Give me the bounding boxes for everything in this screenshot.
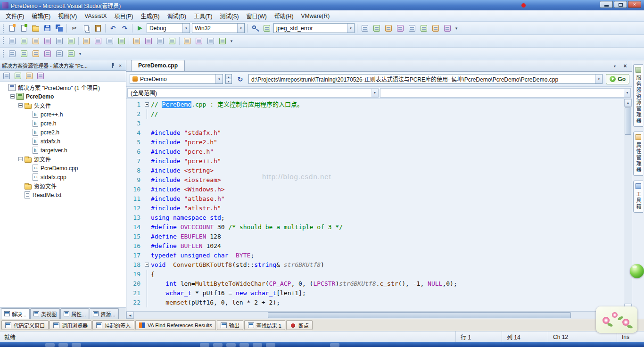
taskbar-item[interactable] (200, 343, 209, 347)
ime-flower-decoration[interactable] (596, 306, 637, 333)
chevron-down-icon[interactable]: ▼ (237, 24, 244, 33)
windows-taskbar[interactable] (0, 342, 644, 347)
spin-down-button[interactable]: ▼ (226, 79, 231, 83)
panel-close-button[interactable]: × (116, 62, 124, 69)
bottom-tool-tab[interactable]: 输出 (217, 320, 243, 330)
show-all-files-button[interactable] (13, 71, 23, 81)
code-line[interactable]: 16#define BUFLEN 1024 (126, 241, 624, 251)
minimize-button[interactable] (600, 1, 613, 8)
solution-explorer-button[interactable] (371, 23, 382, 33)
right-dock-tab[interactable]: 服务器资源管理器 (633, 64, 643, 127)
context-combo[interactable]: PcreDemo ▼ (130, 74, 223, 84)
code-line[interactable]: 13using namespace std; (126, 213, 624, 223)
taskbar-item[interactable] (266, 343, 275, 347)
maximize-button[interactable] (614, 1, 627, 8)
find-button[interactable] (249, 23, 261, 33)
navigate-forward-button[interactable] (18, 49, 30, 59)
code-line[interactable]: 6#include "pcre.h" (126, 147, 624, 157)
sync-file-button[interactable]: ↻ (234, 74, 246, 84)
comment-button[interactable] (154, 36, 166, 46)
file-path-combo[interactable]: d:\Projects\imrepos\trunk\Training\20170… (248, 74, 603, 84)
toolbar-overflow-button[interactable]: ▾ (77, 51, 83, 56)
undo-button[interactable]: ↶ (107, 23, 119, 33)
navigate-back-button[interactable] (6, 49, 18, 59)
indent-button[interactable] (131, 36, 142, 46)
tree-item[interactable]: stdafx.h (0, 137, 126, 146)
taskbar-item[interactable] (58, 343, 68, 347)
code-line[interactable]: 19{ (126, 270, 624, 279)
properties-window-button[interactable] (382, 23, 394, 33)
complete-word-button[interactable] (116, 36, 127, 46)
taskbar-item[interactable] (213, 343, 223, 347)
code-line[interactable]: 4#include "stdafx.h" (126, 128, 624, 138)
tree-item[interactable]: PcreDemo (0, 92, 126, 101)
tree-item[interactable]: 源文件 (0, 155, 126, 164)
cut-button[interactable]: ✂ (68, 23, 80, 33)
left-panel-tab[interactable]: 类视图 (30, 308, 60, 319)
toolbox-button[interactable] (406, 23, 418, 33)
bottom-tool-tab[interactable]: 断点 (286, 320, 313, 330)
menu-item[interactable]: VMware(R) (297, 11, 333, 21)
menu-item[interactable]: 编辑(E) (28, 10, 54, 22)
taskbar-item[interactable] (330, 343, 339, 347)
properties-button[interactable] (1, 71, 12, 81)
member-combo[interactable]: ▼ (380, 88, 631, 98)
task-list-button[interactable] (53, 49, 65, 59)
toolbar-overflow-button[interactable]: ▾ (453, 26, 460, 31)
config-combo[interactable]: Debug▼ (147, 23, 190, 33)
document-tab[interactable]: PcreDemo.cpp (131, 60, 185, 71)
chevron-down-icon[interactable]: ▼ (215, 74, 223, 83)
document-outline-button[interactable] (65, 49, 77, 59)
find-in-files-button[interactable] (261, 23, 272, 33)
object-browser-button[interactable] (394, 23, 406, 33)
tree-item[interactable]: 资源文件 (0, 182, 126, 190)
copy-button[interactable] (80, 23, 92, 33)
left-panel-tab[interactable]: 属性... (60, 308, 89, 319)
taskbar-item[interactable] (226, 343, 236, 347)
bottom-tool-tab[interactable]: 查找结果 1 (244, 320, 285, 330)
tree-item[interactable]: PcreDemo.cpp (0, 164, 126, 173)
platform-combo[interactable]: Win32▼ (192, 23, 245, 33)
bookmark-toggle-button[interactable] (181, 36, 193, 46)
tree-item[interactable]: targetver.h (0, 146, 126, 155)
scroll-left-button[interactable]: ◀ (126, 312, 134, 319)
document-list-dropdown-button[interactable]: ▼ (611, 62, 619, 70)
bottom-tool-tab[interactable]: VA Find References Results (135, 320, 216, 330)
bookmark-prev-button[interactable] (205, 36, 216, 46)
menu-item[interactable]: 工具(T) (190, 10, 216, 22)
code-line[interactable]: 5#include "pcre2.h" (126, 138, 624, 147)
menu-item[interactable]: 文件(F) (2, 10, 28, 22)
find-symbol-results-button[interactable] (30, 49, 41, 59)
code-line[interactable]: 9#include <iostream> (126, 175, 624, 185)
floating-ball-icon[interactable] (630, 264, 644, 278)
refresh-button[interactable] (24, 71, 34, 81)
go-button[interactable]: Go (606, 74, 629, 84)
tree-item[interactable]: stdafx.cpp (0, 173, 126, 182)
chevron-down-icon[interactable]: ▼ (347, 24, 354, 33)
va-outline-button[interactable] (41, 36, 53, 46)
chevron-down-icon[interactable]: ▼ (624, 89, 630, 97)
collapse-region-icon[interactable] (145, 102, 149, 107)
va-find-refs-button[interactable] (53, 36, 65, 46)
code-line[interactable]: 12#include "atlstr.h" (126, 204, 624, 213)
code-line[interactable]: 14#define OVECCOUNT 30 /* should be a mu… (126, 223, 624, 232)
start-page-button[interactable] (429, 23, 441, 33)
code-line[interactable]: 11#include "atlbase.h" (126, 194, 624, 204)
code-line[interactable]: 8#include <string> (126, 166, 624, 175)
code-line[interactable]: 3 (126, 119, 624, 128)
taskbar-item[interactable] (72, 343, 81, 347)
menu-item[interactable]: 测试(S) (216, 10, 242, 22)
code-line[interactable]: 7#include "pcre++.h" (126, 157, 624, 166)
bookmark-button[interactable] (41, 49, 53, 59)
bottom-tool-tab[interactable]: 挂起的签入 (92, 320, 134, 330)
tree-item[interactable]: 解决方案 "PcreDemo" (1 个项目) (0, 83, 126, 92)
param-info-button[interactable] (92, 36, 104, 46)
tree-item[interactable]: ReadMe.txt (0, 190, 126, 199)
taskbar-item[interactable] (253, 343, 262, 347)
collapse-icon[interactable] (18, 103, 23, 107)
start-debug-button[interactable] (134, 23, 146, 33)
va-toggle-button[interactable] (6, 36, 18, 46)
error-list-button[interactable] (418, 23, 429, 33)
search-combo[interactable]: jpeg_std_error▼ (273, 23, 355, 33)
code-line[interactable]: 22 memset(pUtf16, 0, len * 2 + 2); (126, 298, 624, 307)
